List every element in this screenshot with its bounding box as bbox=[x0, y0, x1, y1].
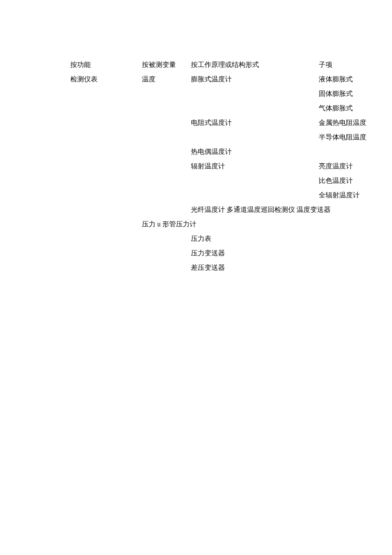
cell-col3: 压力表 bbox=[191, 231, 211, 246]
cell-col3: 压力变送器 bbox=[191, 246, 225, 260]
cell-col3: 差压变送器 bbox=[191, 260, 225, 275]
cell-col2: 温度 bbox=[142, 72, 191, 87]
cell-col4: 金属热电阻温度 bbox=[319, 116, 392, 130]
cell-col2 bbox=[142, 101, 191, 116]
cell-col2 bbox=[142, 159, 191, 173]
header-col2: 按被测变量 bbox=[142, 58, 191, 72]
table-row: 气体膨胀式 bbox=[70, 101, 392, 116]
cell-col1 bbox=[70, 130, 142, 145]
document-page: 按功能 按被测变量 按工作原理或结构形式 子项 检测仪表 温度 膨胀式温度计 液… bbox=[0, 0, 392, 275]
cell-col4 bbox=[319, 145, 392, 159]
pressure-text: 压力 u 形管压力计 bbox=[142, 217, 196, 231]
table-row: 辐射温度计 亮度温度计 bbox=[70, 159, 392, 173]
cell-col1 bbox=[70, 159, 142, 173]
table-row: 压力表 bbox=[70, 231, 392, 246]
cell-col2 bbox=[142, 173, 191, 188]
cell-col1 bbox=[70, 116, 142, 130]
cell-col3-long: 光纤温度计 多通道温度巡回检测仪 温度变送器 bbox=[191, 202, 331, 217]
cell-col4: 固体膨胀式 bbox=[319, 87, 392, 101]
cell-col1 bbox=[70, 188, 142, 202]
cell-col4: 比色温度计 bbox=[319, 173, 392, 188]
header-col1: 按功能 bbox=[70, 58, 142, 72]
cell-col3: 电阻式温度计 bbox=[191, 116, 319, 130]
table-row: 压力变送器 bbox=[70, 246, 392, 260]
cell-col4: 亮度温度计 bbox=[319, 159, 392, 173]
table-row: 光纤温度计 多通道温度巡回检测仪 温度变送器 bbox=[70, 202, 392, 217]
cell-col2 bbox=[142, 87, 191, 101]
cell-col1 bbox=[70, 173, 142, 188]
cell-col4: 液体膨胀式 bbox=[319, 72, 392, 87]
cell-col1 bbox=[70, 202, 142, 217]
cell-col4: 气体膨胀式 bbox=[319, 101, 392, 116]
table-row: 热电偶温度计 bbox=[70, 145, 392, 159]
cell-col2 bbox=[142, 202, 191, 217]
cell-col3 bbox=[191, 87, 319, 101]
pressure-row: 压力 u 形管压力计 bbox=[70, 217, 392, 231]
table-row: 差压变送器 bbox=[70, 260, 392, 275]
cell-col1 bbox=[70, 87, 142, 101]
cell-col2 bbox=[142, 145, 191, 159]
cell-col2 bbox=[142, 116, 191, 130]
table-row: 固体膨胀式 bbox=[70, 87, 392, 101]
cell-col1: 检测仪表 bbox=[70, 72, 142, 87]
table-row: 比色温度计 bbox=[70, 173, 392, 188]
cell-col3 bbox=[191, 188, 319, 202]
cell-col1 bbox=[70, 101, 142, 116]
cell-col3 bbox=[191, 173, 319, 188]
cell-col2 bbox=[142, 130, 191, 145]
cell-col2 bbox=[142, 188, 191, 202]
cell-col1 bbox=[70, 145, 142, 159]
cell-col3: 辐射温度计 bbox=[191, 159, 319, 173]
cell-col3 bbox=[191, 130, 319, 145]
cell-col3: 膨胀式温度计 bbox=[191, 72, 319, 87]
table-row: 半导体电阻温度 bbox=[70, 130, 392, 145]
header-col4: 子项 bbox=[319, 58, 392, 72]
table-row: 电阻式温度计 金属热电阻温度 bbox=[70, 116, 392, 130]
cell-col3 bbox=[191, 101, 319, 116]
cell-col3: 热电偶温度计 bbox=[191, 145, 319, 159]
table-header-row: 按功能 按被测变量 按工作原理或结构形式 子项 bbox=[70, 58, 392, 72]
table-row: 全辐射温度计 bbox=[70, 188, 392, 202]
cell-col4: 全辐射温度计 bbox=[319, 188, 392, 202]
cell-col4: 半导体电阻温度 bbox=[319, 130, 392, 145]
table-row: 检测仪表 温度 膨胀式温度计 液体膨胀式 bbox=[70, 72, 392, 87]
header-col3: 按工作原理或结构形式 bbox=[191, 58, 319, 72]
